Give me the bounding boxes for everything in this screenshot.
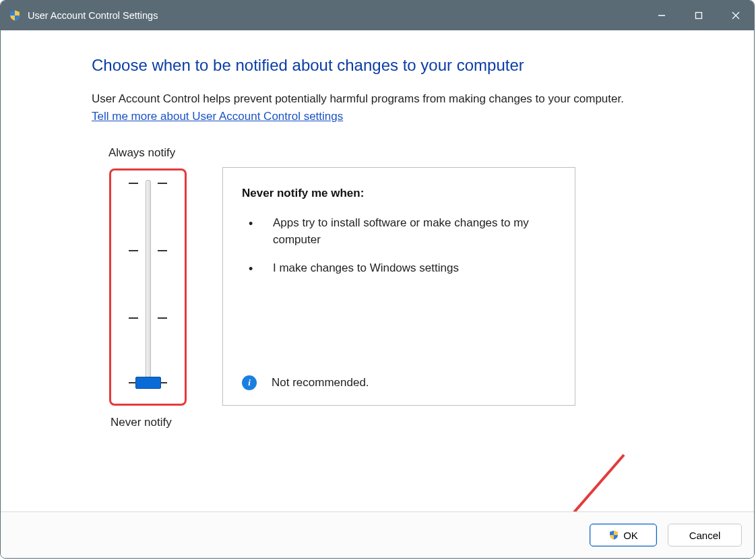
bullet-dot-icon: • <box>242 215 273 248</box>
content-area: Choose when to be notified about changes… <box>1 30 754 558</box>
page-description: User Account Control helps prevent poten… <box>92 92 624 106</box>
window-title: User Account Control Settings <box>28 10 158 21</box>
titlebar: User Account Control Settings <box>1 1 754 30</box>
slider-top-label: Always notify <box>108 146 175 160</box>
panel-footer: i Not recommended. <box>242 375 369 390</box>
learn-more-link[interactable]: Tell me more about User Account Control … <box>92 110 343 123</box>
panel-bullet-text: I make changes to Windows settings <box>273 260 556 278</box>
slider-tick <box>158 317 167 319</box>
maximize-button[interactable] <box>680 1 717 30</box>
close-button[interactable] <box>717 1 754 30</box>
bullet-dot-icon: • <box>242 260 273 278</box>
panel-bullet-text: Apps try to install software or make cha… <box>273 215 556 248</box>
panel-heading: Never notify me when: <box>242 187 556 200</box>
slider-tick <box>158 250 167 251</box>
shield-icon <box>9 9 21 22</box>
svg-rect-1 <box>695 13 701 19</box>
uac-settings-window: User Account Control Settings Choose whe… <box>0 0 755 559</box>
slider-tick <box>129 183 138 184</box>
shield-icon <box>608 530 619 540</box>
dialog-button-bar: OK Cancel <box>1 511 754 558</box>
page-heading: Choose when to be notified about changes… <box>92 56 524 75</box>
minimize-button[interactable] <box>643 1 680 30</box>
slider-thumb[interactable] <box>135 377 161 389</box>
panel-bullet: • Apps try to install software or make c… <box>242 215 556 248</box>
panel-bullet: • I make changes to Windows settings <box>242 260 556 278</box>
cancel-button-label: Cancel <box>689 530 721 541</box>
ok-button[interactable]: OK <box>590 524 657 547</box>
panel-footer-text: Not recommended. <box>272 376 369 390</box>
slider-bottom-label: Never notify <box>111 416 172 429</box>
cancel-button[interactable]: Cancel <box>668 524 742 547</box>
slider-tick <box>158 183 167 184</box>
ok-button-label: OK <box>623 530 638 541</box>
notify-slider[interactable] <box>109 168 187 406</box>
slider-track <box>146 180 151 385</box>
slider-tick <box>129 317 138 319</box>
notification-detail-panel: Never notify me when: • Apps try to inst… <box>222 167 575 406</box>
info-icon: i <box>242 375 257 390</box>
slider-tick <box>129 250 138 251</box>
